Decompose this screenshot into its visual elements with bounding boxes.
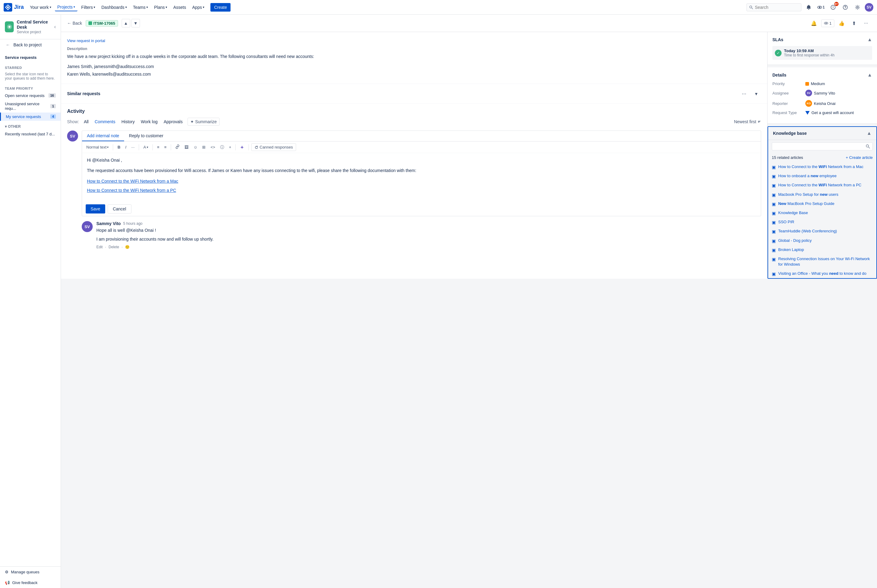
edit-comment-button[interactable]: Edit <box>96 245 103 249</box>
create-button[interactable]: Create <box>210 3 231 12</box>
watch-button[interactable]: 1 <box>816 3 826 12</box>
nav-filters[interactable]: Filters▾ <box>79 4 97 11</box>
kb-article-3[interactable]: ▣ Macbook Pro Setup for new users <box>768 190 876 199</box>
sidebar-item-my-requests[interactable]: My service requests 4 <box>0 112 61 121</box>
sidebar-item-open-requests[interactable]: Open service requests 16 <box>0 92 61 100</box>
jira-logo[interactable]: Jira <box>4 3 24 12</box>
help-button[interactable] <box>840 3 850 12</box>
summarize-button[interactable]: ✦ Summarize <box>187 118 220 126</box>
more-formatting-button[interactable]: ··· <box>129 144 136 150</box>
sidebar-item-recently-resolved[interactable]: Recently resolved (last 7 d... <box>0 130 61 138</box>
sidebar-item-unassigned[interactable]: Unassigned service requ... 1 <box>0 100 61 112</box>
nav-projects[interactable]: Projects▾ <box>55 3 78 11</box>
ticket-prev-button[interactable]: ▲ <box>121 19 130 27</box>
sort-button[interactable]: Newest first <box>734 119 761 124</box>
plus-button[interactable]: + <box>227 144 233 150</box>
kb-header[interactable]: Knowledge base ▲ <box>768 127 876 140</box>
give-feedback-link[interactable]: 📢 Give feedback <box>0 578 61 588</box>
kb-article-8[interactable]: ▣ Global - Dog policy <box>768 236 876 245</box>
manage-queues-link[interactable]: ⚙ Manage queues <box>0 567 61 578</box>
text-color-button[interactable]: A▾ <box>141 144 150 150</box>
nav-apps[interactable]: Apps▾ <box>190 4 207 11</box>
canned-responses-button[interactable]: Canned responses <box>251 143 296 151</box>
separator-6 <box>249 144 249 150</box>
kb-article-1[interactable]: ▣ How to onboard a new employee <box>768 171 876 180</box>
notifications-button-2[interactable]: 9+ <box>828 3 838 12</box>
emoji-button[interactable]: ☺ <box>192 144 199 150</box>
kb-article-0[interactable]: ▣ How to Connect to the WiFi Network fro… <box>768 162 876 171</box>
numbered-list-button[interactable]: ≡ <box>162 144 169 150</box>
notifications-button[interactable] <box>804 3 814 12</box>
filter-all[interactable]: All <box>82 118 90 125</box>
separator-2 <box>139 144 139 150</box>
nav-assets[interactable]: Assets <box>171 4 189 11</box>
wifi-pc-link[interactable]: How to Connect to the WiFi Network from … <box>87 188 176 193</box>
kb-search-box[interactable] <box>772 142 873 150</box>
italic-button[interactable]: I <box>123 144 128 150</box>
thumbsup-icon[interactable]: 👍 <box>837 18 847 28</box>
my-requests-count: 4 <box>50 114 56 118</box>
settings-button[interactable] <box>853 3 862 12</box>
filter-work-log[interactable]: Work log <box>139 118 159 125</box>
kb-create-button[interactable]: + Create article <box>846 155 873 160</box>
svg-point-10 <box>845 8 846 9</box>
text-style-dropdown[interactable]: Normal text▾ <box>84 144 110 150</box>
nav-plans[interactable]: Plans▾ <box>151 4 169 11</box>
back-button[interactable]: ← Back <box>67 21 82 26</box>
kb-article-7[interactable]: ▣ TeamHuddle (Web Conferencing) <box>768 226 876 236</box>
nav-your-work[interactable]: Your work▾ <box>27 4 54 11</box>
share-icon[interactable]: 🔔 <box>809 18 819 28</box>
ticket-next-button[interactable]: ▼ <box>132 19 140 27</box>
kb-article-11[interactable]: ▣ Visiting an Office - What you need to … <box>768 269 876 278</box>
wifi-mac-link[interactable]: How to Connect to the WiFi Network from … <box>87 179 178 184</box>
watcher-button[interactable]: 1 <box>821 20 834 27</box>
kb-article-2[interactable]: ▣ How to Connect to the WiFi Network fro… <box>768 180 876 190</box>
details-header[interactable]: Details ▲ <box>772 72 872 78</box>
share-link-icon[interactable]: ⬆ <box>849 18 859 28</box>
right-panel: SLAs ▲ ✓ Today 10:59 AM Time to first re… <box>767 32 877 279</box>
kb-search-input[interactable] <box>775 144 866 149</box>
filter-comments[interactable]: Comments <box>93 118 117 125</box>
ai-button[interactable] <box>238 144 246 150</box>
kb-article-6[interactable]: ▣ SSO PIR <box>768 218 876 226</box>
kb-article-4[interactable]: ▣ New MacBook Pro Setup Guide <box>768 199 876 208</box>
past-comment: SV Sammy Vito 5 hours ago Hope all is we… <box>82 221 761 249</box>
info-button[interactable]: ⓘ <box>218 144 226 151</box>
user-avatar[interactable]: SV <box>865 3 873 12</box>
comment-editor[interactable]: Add internal note Reply to customer Norm… <box>82 130 761 216</box>
kb-article-9[interactable]: ▣ Broken Laptop <box>768 245 876 254</box>
article-icon-6: ▣ <box>772 220 776 225</box>
search-input[interactable] <box>755 5 799 10</box>
back-to-project-link[interactable]: ← Back to project <box>0 39 61 50</box>
nav-dashboards[interactable]: Dashboards▾ <box>99 4 129 11</box>
tab-internal-note[interactable]: Add internal note <box>82 131 124 141</box>
slas-header[interactable]: SLAs ▲ <box>772 37 872 42</box>
team-priority-label: TEAM PRIORITY <box>0 83 61 92</box>
nav-teams[interactable]: Teams▾ <box>130 4 150 11</box>
filter-approvals[interactable]: Approvals <box>162 118 184 125</box>
link-button[interactable] <box>174 144 181 151</box>
delete-comment-button[interactable]: Delete <box>109 245 119 249</box>
more-options-icon[interactable]: ··· <box>861 18 871 28</box>
similar-collapse-icon[interactable]: ▾ <box>751 89 761 99</box>
sidebar-collapse-button[interactable]: ‹ <box>54 24 56 30</box>
react-button[interactable]: 🙂 <box>125 245 130 249</box>
editor-content-area[interactable]: Hi @Keisha Onai , The requested accounts… <box>82 153 761 202</box>
image-button[interactable]: 🖼 <box>183 144 190 150</box>
view-portal-link[interactable]: View request in portal <box>67 38 105 43</box>
other-section[interactable]: ▾OTHER <box>0 121 61 130</box>
similar-more-icon[interactable]: ··· <box>739 89 749 99</box>
tab-reply-customer[interactable]: Reply to customer <box>124 131 168 141</box>
filter-history[interactable]: History <box>120 118 136 125</box>
bullet-list-button[interactable]: ≡ <box>155 144 161 150</box>
cancel-button[interactable]: Cancel <box>108 204 132 213</box>
save-button[interactable]: Save <box>86 204 105 213</box>
ticket-id-badge: ITSM-17065 <box>86 20 118 27</box>
bold-button[interactable]: B <box>115 144 122 150</box>
kb-article-5[interactable]: ▣ Knowledge Base <box>768 208 876 218</box>
code-button[interactable]: <> <box>208 144 217 150</box>
ai-sparkle-icon <box>240 145 244 150</box>
table-button[interactable]: ⊞ <box>200 144 207 150</box>
kb-article-10[interactable]: ▣ Resolving Connection Issues on Your Wi… <box>768 254 876 269</box>
search-box[interactable] <box>747 3 801 11</box>
